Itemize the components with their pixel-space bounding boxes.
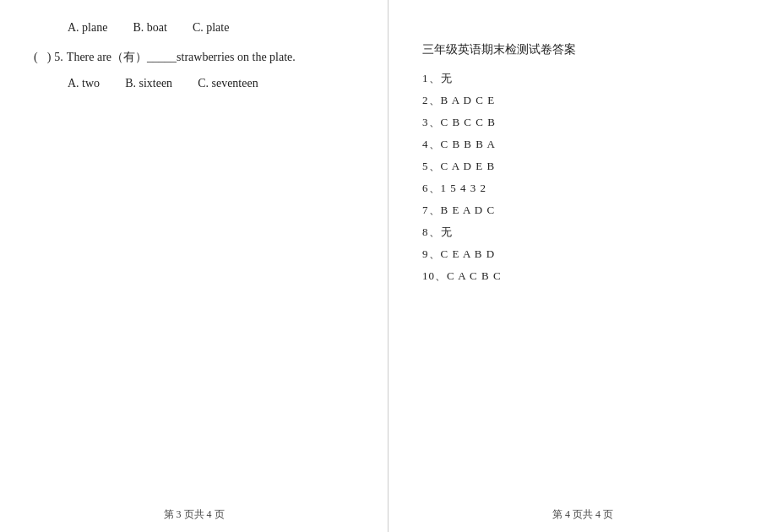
- q5-option-a: A. two: [68, 73, 100, 94]
- right-page: 三年级英语期末检测试卷答案 1、无 2、B A D C E 3、C B C C …: [388, 0, 777, 532]
- answer-item-4: 4、C B B B A: [422, 133, 743, 155]
- option-b: B. boat: [133, 17, 166, 38]
- q5-option-c: C. seventeen: [198, 73, 258, 94]
- answer-item-9: 9、C E A B D: [422, 243, 743, 265]
- page-container: A. plane B. boat C. plate ( ) 5. There a…: [0, 0, 777, 532]
- left-bracket: (: [34, 46, 38, 68]
- answer-title: 三年级英语期末检测试卷答案: [422, 42, 743, 57]
- left-page: A. plane B. boat C. plate ( ) 5. There a…: [0, 0, 388, 532]
- question4-options: A. plane B. boat C. plate: [68, 17, 354, 38]
- answer-item-5: 5、C A D E B: [422, 155, 743, 177]
- question5-number: 5.: [54, 46, 63, 68]
- question5-options: A. two B. sixteen C. seventeen: [68, 73, 354, 94]
- answer-item-2: 2、B A D C E: [422, 90, 743, 111]
- answer-item-8: 8、无: [422, 221, 743, 243]
- answer-item-3: 3、C B C C B: [422, 111, 743, 133]
- right-page-footer: 第 4 页共 4 页: [552, 508, 613, 522]
- answer-item-10: 10、C A C B C: [422, 265, 743, 287]
- q5-option-b: B. sixteen: [125, 73, 172, 94]
- answer-item-1: 1、无: [422, 68, 743, 90]
- answer-item-7: 7、B E A D C: [422, 199, 743, 221]
- question5-line: ( ) 5. There are（有）_____strawberries on …: [34, 46, 354, 68]
- question5-text: There are（有）_____strawberries on the pla…: [67, 46, 296, 68]
- left-page-footer: 第 3 页共 4 页: [164, 508, 225, 522]
- answer-item-6: 6、1 5 4 3 2: [422, 177, 743, 199]
- answer-section: 三年级英语期末检测试卷答案 1、无 2、B A D C E 3、C B C C …: [422, 42, 743, 287]
- option-c: C. plate: [193, 17, 230, 38]
- blank-space: [41, 46, 47, 68]
- right-bracket: ): [47, 46, 52, 68]
- option-a: A. plane: [68, 17, 107, 38]
